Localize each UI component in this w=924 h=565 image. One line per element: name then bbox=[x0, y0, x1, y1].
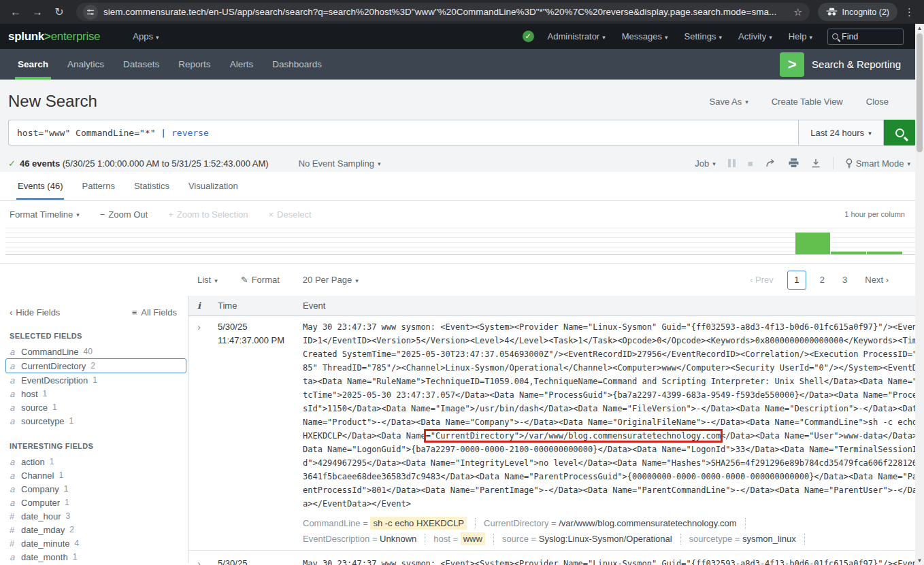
all-fields-button[interactable]: ≡All Fields bbox=[132, 307, 177, 318]
page-button-2[interactable]: 2 bbox=[816, 272, 829, 288]
equals-sign: = bbox=[369, 534, 380, 544]
field-computer[interactable]: aComputer1 bbox=[10, 496, 182, 509]
result-tabs: Events (46)PatternsStatisticsVisualizati… bbox=[0, 172, 924, 201]
download-icon[interactable] bbox=[811, 158, 821, 168]
nav-item-datasets[interactable]: Datasets bbox=[114, 49, 169, 80]
summary-field-value[interactable]: /var/www/blog.commensuratetechnology.com bbox=[559, 518, 736, 528]
zoom-to-selection-button[interactable]: +Zoom to Selection bbox=[168, 209, 248, 220]
site-info-icon[interactable] bbox=[83, 5, 98, 20]
field-action[interactable]: aaction1 bbox=[10, 455, 182, 468]
timeline-histogram[interactable] bbox=[5, 228, 915, 255]
interesting-fields-header: INTERESTING FIELDS bbox=[10, 442, 188, 450]
event-sampling-menu[interactable]: No Event Sampling▾ bbox=[299, 158, 381, 169]
tab-patterns[interactable]: Patterns bbox=[72, 172, 124, 200]
per-page-menu[interactable]: 20 Per Page▾ bbox=[303, 275, 359, 285]
format-menu[interactable]: ✎Format bbox=[241, 275, 280, 285]
activity-menu[interactable]: Activity▾ bbox=[730, 31, 780, 41]
summary-field-value[interactable]: Unknown bbox=[380, 534, 416, 544]
tab-visualization[interactable]: Visualization bbox=[179, 172, 248, 200]
nav-item-reports[interactable]: Reports bbox=[169, 49, 220, 80]
nav-item-analytics[interactable]: Analytics bbox=[58, 49, 114, 80]
incognito-badge: Incognito (2) bbox=[818, 3, 897, 21]
field-eventdescription[interactable]: aEventDescription1 bbox=[10, 373, 182, 387]
field-date-minute[interactable]: #date_minute4 bbox=[10, 536, 182, 550]
splunk-logo[interactable]: splunk>enterprise bbox=[8, 30, 100, 44]
close-button[interactable]: Close bbox=[866, 97, 889, 107]
pause-icon[interactable] bbox=[728, 159, 736, 167]
summary-field-value[interactable]: sh -c echo HXEKDCLP bbox=[370, 517, 467, 530]
summary-field-value[interactable]: sysmon_linux bbox=[742, 534, 796, 544]
search-query-input[interactable]: host="www" CommandLine="*" | reverse bbox=[8, 120, 798, 145]
summary-field-value[interactable]: www bbox=[461, 532, 485, 545]
field-channel[interactable]: aChannel1 bbox=[10, 468, 182, 482]
scroll-down-arrow[interactable]: ▼ bbox=[915, 556, 924, 565]
summary-field-name: host bbox=[433, 534, 450, 544]
reload-icon[interactable]: ↻ bbox=[50, 3, 68, 21]
page-button-1[interactable]: 1 bbox=[787, 271, 806, 290]
expand-event-icon[interactable]: › bbox=[188, 320, 218, 547]
page-button-3[interactable]: 3 bbox=[838, 272, 851, 288]
apps-menu[interactable]: Apps▾ bbox=[125, 24, 167, 49]
summary-field-value[interactable]: Syslog:Linux-Sysmon/Operational bbox=[539, 534, 672, 544]
field-sourcetype[interactable]: asourcetype1 bbox=[10, 414, 182, 428]
field-date-hour[interactable]: #date_hour3 bbox=[10, 509, 182, 523]
messages-menu[interactable]: Messages▾ bbox=[614, 31, 676, 41]
vertical-scrollbar[interactable]: ▲ ▼ bbox=[915, 24, 924, 565]
field-count: 3 bbox=[66, 511, 71, 521]
event-raw-text[interactable]: May 30 23:47:37 www sysmon: <Event><Syst… bbox=[303, 557, 924, 565]
share-icon[interactable] bbox=[765, 158, 776, 168]
time-range-picker[interactable]: Last 24 hours▾ bbox=[798, 120, 884, 145]
zoom-out-button[interactable]: −Zoom Out bbox=[100, 209, 148, 220]
url-bar[interactable]: siem.commensurate.tech/en-US/app/search/… bbox=[76, 3, 810, 21]
field-commandline[interactable]: aCommandLine40 bbox=[10, 345, 182, 358]
save-as-button[interactable]: Save As▾ bbox=[709, 97, 748, 107]
nav-item-search[interactable]: Search bbox=[8, 49, 58, 80]
administrator-menu[interactable]: Administrator▾ bbox=[540, 31, 614, 41]
expand-event-icon[interactable]: › bbox=[188, 557, 218, 565]
field-date-month[interactable]: adate_month1 bbox=[10, 550, 182, 563]
help-label: Help bbox=[789, 31, 807, 41]
prev-page-button[interactable]: ‹ Prev bbox=[746, 272, 778, 288]
nav-item-alerts[interactable]: Alerts bbox=[220, 49, 263, 80]
timeline-bar[interactable] bbox=[795, 233, 831, 254]
tab-statistics[interactable]: Statistics bbox=[125, 172, 179, 200]
browser-menu-icon[interactable]: ⋮ bbox=[902, 6, 917, 18]
selected-fields-header: SELECTED FIELDS bbox=[10, 332, 188, 340]
field-currentdirectory[interactable]: aCurrentDirectory2 bbox=[5, 358, 186, 373]
timeline-bar[interactable] bbox=[831, 252, 867, 254]
equals-sign: = bbox=[548, 518, 559, 528]
tab-events-46[interactable]: Events (46) bbox=[8, 172, 72, 200]
scrollbar-thumb[interactable] bbox=[917, 33, 923, 152]
search-mode-menu[interactable]: Smart Mode▾ bbox=[846, 158, 910, 169]
help-menu[interactable]: Help▾ bbox=[780, 31, 821, 41]
deselect-button[interactable]: ×Deselect bbox=[269, 209, 312, 220]
back-icon[interactable]: ← bbox=[7, 3, 24, 21]
field-date-mday[interactable]: #date_mday2 bbox=[10, 523, 182, 536]
find-searchbox[interactable] bbox=[827, 29, 904, 45]
next-page-button[interactable]: Next › bbox=[861, 272, 893, 288]
smart-mode-label: Smart Mode bbox=[856, 158, 904, 169]
bookmark-star-icon[interactable]: ☆ bbox=[793, 6, 802, 18]
hide-fields-button[interactable]: ‹ Hide Fields bbox=[10, 307, 60, 318]
url-text[interactable]: siem.commensurate.tech/en-US/app/search/… bbox=[103, 7, 788, 17]
field-host[interactable]: ahost1 bbox=[10, 387, 182, 400]
nav-item-dashboards[interactable]: Dashboards bbox=[263, 49, 331, 80]
job-menu[interactable]: Job▾ bbox=[695, 158, 716, 169]
field-company[interactable]: aCompany1 bbox=[10, 482, 182, 496]
field-source[interactable]: asource1 bbox=[10, 400, 182, 414]
health-check-icon[interactable]: ✓ bbox=[523, 31, 534, 42]
create-table-view-button[interactable]: Create Table View bbox=[772, 97, 843, 107]
settings-menu[interactable]: Settings▾ bbox=[676, 31, 731, 41]
scroll-up-arrow[interactable]: ▲ bbox=[915, 24, 924, 33]
list-view-menu[interactable]: List▾ bbox=[197, 275, 218, 285]
forward-icon[interactable]: → bbox=[29, 3, 46, 21]
timeline-bar[interactable] bbox=[867, 252, 903, 254]
stop-icon[interactable]: ■ bbox=[748, 158, 753, 169]
field-name: date_hour bbox=[21, 511, 61, 521]
print-icon[interactable] bbox=[789, 158, 799, 168]
search-button[interactable] bbox=[884, 120, 916, 145]
format-timeline-menu[interactable]: Format Timeline▾ bbox=[10, 209, 80, 220]
find-input[interactable] bbox=[842, 32, 889, 41]
event-raw-text[interactable]: May 30 23:47:37 www sysmon: <Event><Syst… bbox=[303, 320, 924, 511]
search-reporting-app-icon[interactable]: > bbox=[780, 52, 804, 77]
